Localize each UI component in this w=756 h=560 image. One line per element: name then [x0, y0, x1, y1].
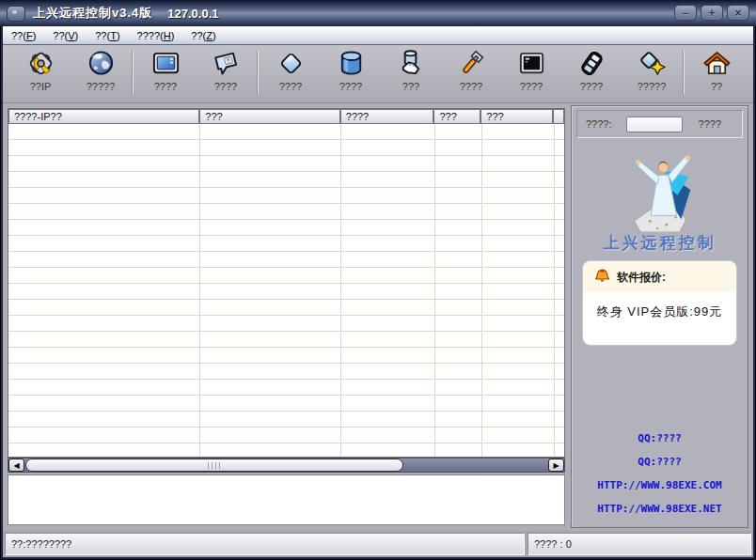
keypad-icon	[576, 49, 607, 78]
toolbar-label: ????	[214, 81, 237, 92]
log-panel	[8, 474, 565, 525]
column-header-2[interactable]: ???	[199, 109, 339, 124]
toolbar-button-screen[interactable]: ????	[136, 49, 195, 92]
grid-line	[434, 124, 435, 457]
maximize-button[interactable]: +	[701, 5, 723, 21]
port-apply-button[interactable]: ????	[699, 118, 721, 130]
database-icon	[336, 49, 367, 78]
toolbar-button-database[interactable]: ????	[322, 49, 380, 92]
scroll-left-arrow-icon[interactable]: ◀	[8, 459, 24, 472]
column-header-4[interactable]: ???	[433, 109, 480, 124]
toolbar-label: ????	[520, 81, 543, 92]
column-header-5[interactable]: ???	[480, 109, 553, 124]
statusbar: ??:???????? ???? : 0	[3, 531, 753, 557]
toolbar-label: ????	[279, 81, 302, 92]
toolbar-button-ip[interactable]: ??IP	[11, 49, 70, 92]
toolbar-button-plugin[interactable]: ????	[261, 49, 320, 92]
status-left: ??:????????	[5, 533, 525, 555]
toolbar-label: ????	[154, 81, 177, 92]
column-header-3[interactable]: ????	[340, 109, 434, 124]
menu-exit[interactable]: ??(Z)	[182, 28, 224, 43]
client-table: ????-IP?? ??? ???? ??? ???	[8, 108, 565, 458]
close-button[interactable]: ×	[727, 5, 749, 21]
price-line: 终身 VIP会员版:99元	[583, 303, 736, 320]
column-header-ip[interactable]: ????-IP??	[8, 109, 199, 124]
titlebar: 上兴远程控制v3.4版 127.0.0.1 – + ×	[0, 0, 756, 26]
main-area: ????-IP?? ??? ???? ??? ??? ◀	[3, 103, 753, 531]
diamond-icon	[276, 49, 307, 78]
qq-link-1[interactable]: QQ:????	[572, 432, 748, 444]
star-tile-icon	[637, 49, 668, 78]
status-right: ???? : 0	[528, 533, 751, 555]
screen-icon	[150, 49, 181, 78]
toolbar-label: ???	[402, 81, 419, 92]
grid-line	[481, 124, 482, 457]
minimize-button[interactable]: –	[674, 5, 697, 21]
qq-link-2[interactable]: QQ:????	[572, 456, 748, 468]
toolbar-button-settings[interactable]: ????	[442, 49, 500, 92]
toolbar-label: ?????	[638, 81, 667, 92]
mascot-image	[572, 148, 748, 232]
toolbar: ??IP ?????	[3, 45, 753, 103]
scrollbar-thumb[interactable]	[25, 459, 403, 472]
toolbar-separator	[133, 51, 134, 94]
right-panel: ????: ????	[571, 105, 748, 528]
logo-text: 上兴远程控制	[572, 232, 748, 254]
terminal-icon	[516, 49, 547, 78]
menu-view[interactable]: ??(V)	[44, 28, 87, 43]
window-title-ip: 127.0.0.1	[167, 7, 218, 21]
window-controls: – + ×	[674, 5, 749, 21]
grid-line	[554, 124, 555, 457]
toolbar-label: ????	[580, 81, 603, 92]
scroll-right-arrow-icon[interactable]: ▶	[548, 459, 564, 472]
links-block: QQ:???? QQ:???? HTTP://WWW.98EXE.COM HTT…	[572, 432, 748, 526]
toolbar-button-online[interactable]: ?????	[71, 49, 130, 92]
toolbar-button-uninstall[interactable]: ???	[382, 49, 440, 92]
website-link-com[interactable]: HTTP://WWW.98EXE.COM	[572, 479, 748, 491]
client-table-header: ????-IP?? ??? ???? ??? ???	[8, 109, 564, 124]
gear-ip-icon	[25, 49, 56, 78]
toolbar-separator	[684, 51, 685, 94]
toolbar-label: ????	[460, 81, 482, 92]
home-icon	[701, 49, 732, 78]
column-header-6[interactable]	[553, 109, 564, 124]
app-icon	[7, 6, 25, 22]
scrollbar-grip	[208, 462, 221, 469]
menu-file[interactable]: ??(F)	[3, 28, 44, 43]
globe-icon	[86, 49, 117, 78]
price-header-row: 软件报价:	[583, 261, 736, 292]
client-table-body[interactable]	[8, 124, 564, 457]
port-label: ????:	[586, 118, 612, 130]
port-input[interactable]	[626, 117, 683, 132]
horizontal-scrollbar[interactable]: ◀ ▶	[8, 458, 565, 473]
website-link-net[interactable]: HTTP://WWW.98EXE.NET	[572, 503, 748, 515]
menu-help[interactable]: ????(H)	[129, 28, 183, 43]
bell-icon	[594, 268, 610, 287]
toolbar-label: ?????	[87, 81, 116, 92]
toolbar-label: ??IP	[30, 81, 52, 92]
toolbar-label: ????	[339, 81, 362, 92]
grid-line	[199, 124, 200, 457]
toolbar-separator	[258, 51, 259, 94]
price-box: 软件报价: 终身 VIP会员版:99元	[582, 260, 737, 346]
grid-line	[340, 124, 341, 457]
wrench-icon	[456, 49, 487, 78]
toolbar-button-services[interactable]: ?????	[622, 49, 681, 92]
price-header: 软件报价:	[617, 270, 666, 286]
menu-tools[interactable]: ??(T)	[87, 28, 128, 43]
app-window: 上兴远程控制v3.4版 127.0.0.1 – + × ??(F) ??(V) …	[0, 0, 756, 560]
toolbar-button-terminal[interactable]: ????	[502, 49, 560, 92]
menubar: ??(F) ??(V) ??(T) ????(H) ??(Z)	[3, 26, 753, 45]
toolbar-button-home[interactable]: ??	[687, 49, 746, 92]
app-body: ??(F) ??(V) ??(T) ????(H) ??(Z) ??IP	[3, 26, 753, 557]
chat-icon	[211, 49, 242, 78]
toolbar-label: ??	[711, 81, 722, 92]
window-title: 上兴远程控制v3.4版	[33, 5, 152, 22]
port-box: ????: ????	[576, 110, 743, 138]
hand-file-icon	[396, 49, 427, 78]
toolbar-button-keyboard[interactable]: ????	[562, 49, 621, 92]
toolbar-button-chat[interactable]: ????	[197, 49, 255, 92]
